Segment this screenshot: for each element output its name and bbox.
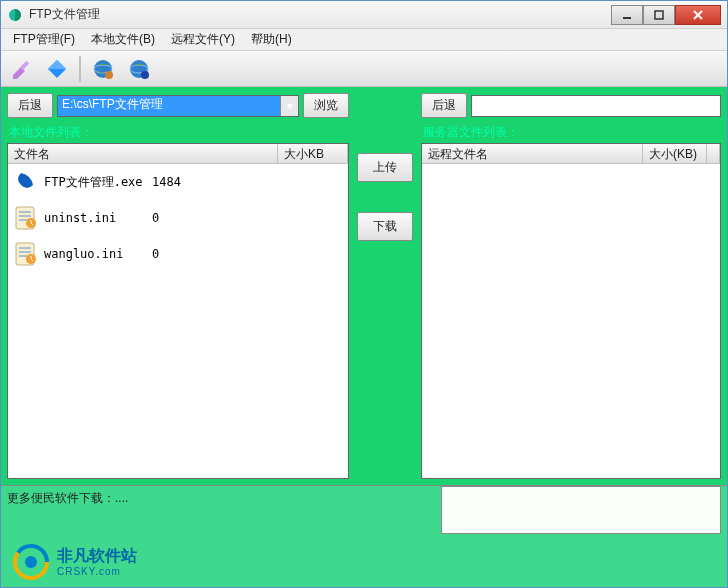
local-path-dropdown[interactable]: E:\cs\FTP文件管理 ▾: [57, 95, 299, 117]
log-right-panel: [441, 486, 721, 534]
menu-local[interactable]: 本地文件(B): [83, 28, 163, 51]
svg-point-11: [141, 71, 149, 79]
log-area: 更多便民软件下载：....: [1, 485, 727, 537]
remote-col-name[interactable]: 远程文件名: [422, 144, 643, 163]
tool-globe1-icon[interactable]: [89, 55, 117, 83]
menu-remote[interactable]: 远程文件(Y): [163, 28, 243, 51]
log-text: 更多便民软件下载：....: [7, 491, 128, 505]
file-icon: [12, 168, 40, 196]
file-name: FTP文件管理.exe: [44, 174, 152, 191]
local-col-size[interactable]: 大小KB: [278, 144, 348, 163]
download-button[interactable]: 下载: [357, 212, 413, 241]
local-back-button[interactable]: 后退: [7, 93, 53, 118]
footer: 非凡软件站 CRSKY.com: [1, 537, 727, 587]
footer-site-url: CRSKY.com: [57, 566, 137, 578]
minimize-button[interactable]: [611, 5, 643, 25]
svg-rect-5: [21, 60, 29, 68]
menu-ftp[interactable]: FTP管理(F): [5, 28, 83, 51]
crsky-logo-icon: [11, 542, 51, 582]
remote-path-row: 后退: [421, 93, 721, 118]
file-icon: [12, 240, 40, 268]
svg-rect-2: [655, 11, 663, 19]
file-name: uninst.ini: [44, 211, 152, 225]
remote-back-button[interactable]: 后退: [421, 93, 467, 118]
remote-list-header: 远程文件名 大小(KB): [422, 144, 720, 164]
local-col-name[interactable]: 文件名: [8, 144, 278, 163]
tool-brush-icon[interactable]: [7, 55, 35, 83]
app-icon: [7, 7, 23, 23]
remote-file-list[interactable]: 远程文件名 大小(KB): [421, 143, 721, 479]
remote-list-label: 服务器文件列表：: [421, 122, 721, 143]
local-path-value: E:\cs\FTP文件管理: [62, 97, 163, 111]
local-browse-button[interactable]: 浏览: [303, 93, 349, 118]
file-size: 1484: [152, 175, 181, 189]
table-row[interactable]: FTP文件管理.exe1484: [8, 164, 348, 200]
remote-col-size[interactable]: 大小(KB): [643, 144, 707, 163]
toolbar-separator: [79, 56, 81, 82]
local-list-header: 文件名 大小KB: [8, 144, 348, 164]
local-list-label: 本地文件列表：: [7, 122, 349, 143]
maximize-button[interactable]: [643, 5, 675, 25]
footer-logo: 非凡软件站 CRSKY.com: [11, 542, 137, 582]
remote-col-extra[interactable]: [707, 144, 720, 163]
file-icon: [12, 204, 40, 232]
local-file-list[interactable]: 文件名 大小KB FTP文件管理.exe1484uninst.ini0wangl…: [7, 143, 349, 479]
svg-point-24: [25, 556, 37, 568]
footer-site-name: 非凡软件站: [57, 546, 137, 565]
svg-point-8: [105, 71, 113, 79]
transfer-buttons-pane: 上传 下载: [353, 93, 417, 479]
local-pane: 后退 E:\cs\FTP文件管理 ▾ 浏览 本地文件列表： 文件名 大小KB F…: [7, 93, 349, 479]
tool-globe2-icon[interactable]: [125, 55, 153, 83]
app-window: FTP文件管理 FTP管理(F) 本地文件(B) 远程文件(Y) 帮助(H): [0, 0, 728, 588]
title-bar: FTP文件管理: [1, 1, 727, 29]
chevron-down-icon[interactable]: ▾: [280, 96, 298, 116]
file-size: 0: [152, 211, 159, 225]
file-name: wangluo.ini: [44, 247, 152, 261]
file-size: 0: [152, 247, 159, 261]
window-controls: [611, 5, 721, 25]
close-button[interactable]: [675, 5, 721, 25]
upload-button[interactable]: 上传: [357, 153, 413, 182]
tool-bar: [1, 51, 727, 87]
menu-bar: FTP管理(F) 本地文件(B) 远程文件(Y) 帮助(H): [1, 29, 727, 51]
window-title: FTP文件管理: [29, 6, 611, 23]
local-path-row: 后退 E:\cs\FTP文件管理 ▾ 浏览: [7, 93, 349, 118]
table-row[interactable]: wangluo.ini0: [8, 236, 348, 272]
footer-text: 非凡软件站 CRSKY.com: [57, 546, 137, 577]
table-row[interactable]: uninst.ini0: [8, 200, 348, 236]
remote-pane: 后退 服务器文件列表： 远程文件名 大小(KB): [421, 93, 721, 479]
remote-path-input[interactable]: [471, 95, 721, 117]
tool-diamond-icon[interactable]: [43, 55, 71, 83]
main-area: 后退 E:\cs\FTP文件管理 ▾ 浏览 本地文件列表： 文件名 大小KB F…: [1, 87, 727, 485]
menu-help[interactable]: 帮助(H): [243, 28, 300, 51]
